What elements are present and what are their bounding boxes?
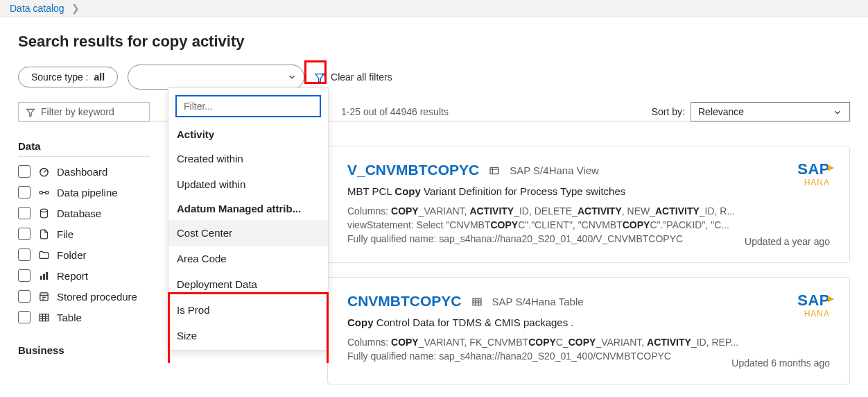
sort-by-label: Sort by:: [652, 106, 685, 117]
facet-label: Folder: [57, 249, 87, 261]
dropdown-option-is-prod[interactable]: Is Prod: [168, 297, 328, 323]
facet-table[interactable]: Table: [18, 311, 150, 323]
pipeline-icon: [37, 187, 50, 198]
result-title-link[interactable]: CNVMBTCOPYC: [347, 293, 462, 310]
svg-point-8: [40, 209, 47, 212]
svg-rect-9: [40, 276, 42, 280]
result-card[interactable]: SAP ▶ HANA V_CNVMBTCOPYC SAP S/4Hana Vie…: [327, 146, 850, 263]
facet-data-pipeline[interactable]: Data pipeline: [18, 186, 150, 198]
result-updated-label: Updated 6 months ago: [731, 357, 830, 363]
breadcrumb-bar: Data catalog ❯: [0, 0, 868, 17]
svg-rect-16: [40, 314, 49, 321]
result-type-label: SAP S/4Hana View: [510, 164, 599, 176]
clear-filter-icon: [314, 71, 325, 83]
source-type-value: all: [94, 71, 105, 83]
facet-report[interactable]: Report: [18, 269, 150, 282]
result-meta-columns: Columns: COPY_VARIANT, FK_CNVMBTCOPYC_CO…: [347, 337, 830, 348]
svg-rect-11: [46, 272, 48, 280]
filter-by-keyword-placeholder: Filter by keyword: [41, 106, 114, 117]
page-title: Search results for copy activity: [18, 33, 850, 51]
checkbox-icon[interactable]: [18, 248, 31, 261]
dropdown-option-size[interactable]: Size: [168, 323, 328, 348]
checkbox-icon[interactable]: [18, 290, 31, 303]
facet-label: Dashboard: [57, 166, 107, 178]
view-icon: [489, 164, 500, 176]
add-filter-dropdown-trigger[interactable]: [128, 65, 304, 90]
source-type-pill[interactable]: Source type : all: [18, 67, 118, 87]
checkbox-icon[interactable]: [18, 207, 31, 219]
facet-label: File: [57, 228, 73, 240]
sap-hana-text: HANA: [797, 178, 830, 187]
dropdown-option-deployment-data[interactable]: Deployment Data: [168, 271, 328, 297]
svg-rect-21: [490, 167, 498, 174]
dropdown-group-activity: Activity: [168, 123, 328, 146]
results-count-label: Showing 1-25 out of 44946 results: [341, 106, 449, 117]
result-meta-columns: Columns: COPY_VARIANT, ACTIVITY_ID, DELE…: [347, 205, 830, 217]
clear-all-filters-label: Clear all filters: [331, 71, 392, 83]
dashboard-icon: [37, 166, 50, 178]
facet-label: Database: [57, 208, 101, 219]
checkbox-icon[interactable]: [18, 186, 31, 198]
facet-label: Table: [57, 312, 82, 323]
filter-dropdown-panel: Activity Created within Updated within A…: [168, 87, 329, 350]
sap-arrow-icon: ▶: [828, 294, 834, 303]
table-icon: [471, 295, 483, 307]
result-description: Copy Control Data for TDMS & CMIS packag…: [347, 316, 830, 328]
result-updated-label: Updated a year ago: [745, 236, 830, 247]
sap-logo-text: SAP: [797, 293, 830, 308]
stored-procedure-icon: [37, 291, 50, 303]
chevron-down-icon: [833, 106, 842, 117]
dropdown-option-created-within[interactable]: Created within: [168, 146, 328, 171]
breadcrumb-root[interactable]: Data catalog: [10, 3, 64, 14]
svg-point-5: [40, 191, 42, 194]
source-type-label: Source type :: [31, 71, 89, 83]
dropdown-group-managed-attributes: Adatum Managed attrib...: [168, 197, 328, 220]
facet-label: Stored procedure: [57, 291, 137, 303]
svg-marker-3: [27, 110, 35, 117]
checkbox-icon[interactable]: [18, 311, 31, 323]
chevron-right-icon: ❯: [71, 3, 80, 14]
sap-hana-text: HANA: [797, 310, 830, 318]
chevron-down-icon: [287, 71, 297, 82]
filter-by-keyword-input[interactable]: Filter by keyword: [18, 102, 150, 121]
facet-label: Data pipeline: [57, 187, 118, 198]
sap-hana-badge: SAP ▶ HANA: [797, 293, 830, 318]
facet-file[interactable]: File: [18, 228, 150, 240]
sap-hana-badge: SAP ▶ HANA: [797, 162, 830, 187]
facet-stored-procedure[interactable]: Stored procedure: [18, 290, 150, 303]
checkbox-icon[interactable]: [18, 165, 31, 178]
sort-by-value: Relevance: [698, 106, 744, 117]
facet-folder[interactable]: Folder: [18, 248, 150, 261]
facet-label: Report: [57, 270, 88, 282]
checkbox-icon[interactable]: [18, 228, 31, 240]
facet-dashboard[interactable]: Dashboard: [18, 165, 150, 178]
svg-point-6: [45, 191, 48, 194]
sort-by-select[interactable]: Relevance: [691, 102, 850, 121]
filter-pill-row: Source type : all Clear all filters: [18, 65, 850, 90]
clear-all-filters-button[interactable]: Clear all filters: [314, 71, 392, 83]
svg-rect-10: [43, 273, 45, 280]
dropdown-filter-input[interactable]: [175, 95, 321, 117]
result-title-link[interactable]: V_CNVMBTCOPYC: [347, 162, 479, 178]
file-icon: [37, 228, 50, 240]
dropdown-option-area-code[interactable]: Area Code: [168, 246, 328, 271]
dropdown-option-cost-center[interactable]: Cost Center: [168, 220, 328, 246]
funnel-icon: [26, 106, 35, 117]
checkbox-icon[interactable]: [18, 269, 31, 282]
dropdown-option-updated-within[interactable]: Updated within: [168, 171, 328, 197]
svg-rect-24: [473, 298, 481, 305]
folder-icon: [37, 249, 50, 261]
facet-panel: Data Dashboard Data pipeline: [18, 130, 150, 363]
facet-database[interactable]: Database: [18, 207, 150, 219]
result-type-label: SAP S/4Hana Table: [492, 296, 584, 307]
subheader-row: Filter by keyword Showing 1-25 out of 44…: [18, 102, 850, 122]
sap-logo-text: SAP: [797, 162, 830, 177]
table-icon: [37, 312, 50, 323]
result-meta-viewstatement: viewStatement: Select "CNVMBTCOPYC"."CLI…: [347, 219, 830, 230]
result-description: MBT PCL Copy Variant Definition for Proc…: [347, 185, 830, 197]
report-icon: [37, 270, 50, 282]
database-icon: [37, 208, 50, 219]
facet-group-data-title: Data: [18, 140, 150, 157]
results-list: SAP ▶ HANA V_CNVMBTCOPYC SAP S/4Hana Vie…: [327, 146, 850, 363]
result-card[interactable]: SAP ▶ HANA CNVMBTCOPYC SAP S/4Hana Table…: [327, 277, 850, 363]
